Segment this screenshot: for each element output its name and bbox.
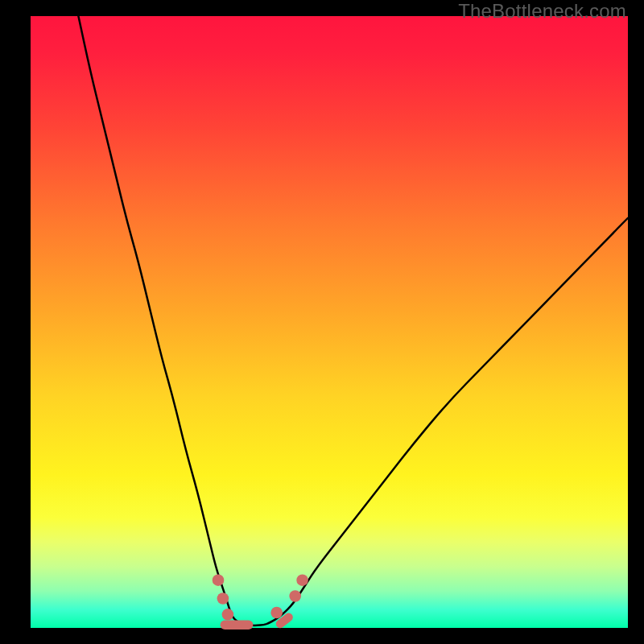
marker-dot — [222, 609, 234, 621]
bottleneck-curve — [78, 16, 628, 625]
chart-frame: TheBottleneck.com — [0, 0, 644, 644]
watermark-text: TheBottleneck.com — [458, 0, 626, 23]
marker-dot — [217, 592, 229, 605]
marker-capsule — [221, 621, 254, 630]
plot-area — [31, 16, 628, 628]
marker-dot — [289, 590, 301, 602]
marker-dot — [296, 574, 308, 586]
chart-svg — [31, 16, 628, 628]
marker-dot — [213, 574, 225, 586]
marker-dot — [270, 607, 283, 619]
